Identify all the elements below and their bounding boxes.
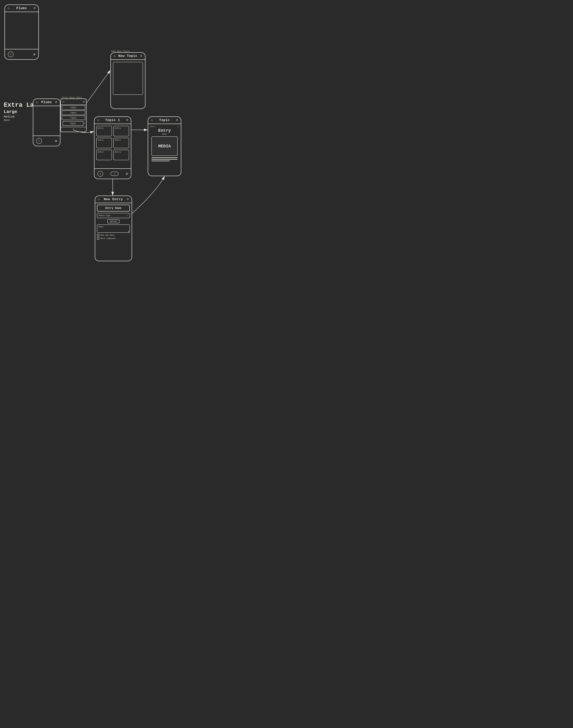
phone-plums-2-footer: ☺ ⚙	[33, 136, 60, 146]
upload-button[interactable]: Upload	[107, 219, 119, 223]
phone-topic1-footer: ☺ + ⚙	[95, 168, 131, 179]
entry-small-label: Entry	[150, 126, 155, 128]
entry-grid: Entry Entry Entry Entry Entry Entry	[95, 124, 131, 162]
media-type-label: Media Type	[99, 214, 110, 217]
phone-plums-2-title: Plums	[41, 100, 52, 104]
close-icon[interactable]: ✕	[83, 100, 85, 104]
dropdown-item-4[interactable]: topic	[63, 121, 84, 126]
phone-new-topic-title: New Topic	[118, 54, 138, 58]
text-lines	[151, 157, 177, 161]
entry-cell-2[interactable]: Entry	[113, 126, 129, 136]
profile-icon-4[interactable]: ☺	[97, 171, 103, 177]
has-due-date-row: ✓ Has due date	[97, 234, 130, 236]
phone-topic1-title: Topic 1	[105, 118, 120, 122]
media-box: MEDIA	[151, 136, 177, 156]
has-due-date-label: Has due date	[101, 234, 115, 236]
menu-icon-4[interactable]: ≡	[126, 118, 128, 122]
dropdown-add-button[interactable]: +	[61, 127, 86, 132]
text-line-2	[151, 159, 177, 159]
phone-new-topic: ⌂ New Topic ≡	[110, 52, 146, 109]
entry-name-field[interactable]: Entry Name	[97, 205, 130, 211]
home-icon[interactable]: ⌂	[8, 6, 9, 10]
new-topic-content	[113, 62, 143, 95]
home-icon-dropdown[interactable]: ⌂	[62, 100, 64, 104]
gear-icon-4[interactable]: ⚙	[126, 172, 128, 176]
add-entry-button[interactable]: +	[111, 172, 118, 176]
phone-topic1: ⌂ Topic 1 ≡ Entry Entry Entry Entry Entr…	[94, 116, 131, 179]
menu-icon[interactable]: ≡	[34, 6, 36, 10]
phone-topic1-header: ⌂ Topic 1 ≡	[95, 117, 131, 124]
entry-cell-5[interactable]: Entry	[96, 150, 112, 160]
new-entry-form: Entry Name Media Type ○ Upload Desc ✓ Ha…	[95, 203, 132, 242]
phone-plums-2: ⌂ Plums ≡ ☺ ⚙	[33, 99, 60, 146]
home-icon-2[interactable]: ⌂	[36, 100, 38, 104]
dropdown-item-1[interactable]: topic	[62, 105, 85, 110]
media-type-row[interactable]: Media Type ○	[97, 213, 130, 218]
chevron-down-icon: ▽	[84, 122, 85, 125]
home-icon-3[interactable]: ⌂	[113, 54, 115, 58]
phone-plums-1-title: Plums	[16, 6, 27, 10]
entry-detail: Entry ✎ Entry Date MEDIA	[148, 124, 181, 164]
desc-placeholder: Desc	[99, 226, 103, 228]
resize-handle	[128, 231, 129, 232]
phone-new-entry-header: ⌂ New Entry ≡	[95, 196, 132, 203]
dropdown-header: ⌂ ✕	[61, 99, 86, 105]
text-line-3	[151, 161, 170, 161]
phone-topic-entry-title: Topic	[159, 118, 170, 122]
entry-cell-4[interactable]: Entry	[113, 138, 129, 148]
profile-icon-2[interactable]: ☺	[36, 138, 42, 144]
entry-cell-1[interactable]: Entry	[96, 126, 112, 136]
gear-icon[interactable]: ⚙	[34, 52, 35, 56]
text-line-1	[151, 157, 177, 158]
home-icon-4[interactable]: ⌂	[97, 118, 99, 122]
phone-plums-2-header: ⌂ Plums ≡	[33, 99, 60, 106]
home-icon-6[interactable]: ⌂	[98, 197, 100, 201]
edit-icon[interactable]: ✎	[177, 126, 179, 128]
media-type-icon: ○	[126, 214, 128, 217]
phone-topic-entry-header: ⌂ Topic ≡	[148, 117, 181, 124]
mark-complete-checkbox[interactable]: ✓	[97, 237, 99, 240]
menu-icon-5[interactable]: ≡	[176, 118, 178, 122]
entry-main-title: Entry	[150, 128, 179, 133]
phone-topic-entry: ⌂ Topic ≡ Entry ✎ Entry Date MEDIA	[148, 116, 181, 176]
phone-plums-1: ⌂ Plums ≡ ☺ ⚙	[4, 4, 39, 60]
entry-date: Date	[150, 133, 179, 135]
dropdown-item-3[interactable]: topic	[62, 115, 85, 120]
gear-icon-2[interactable]: ⚙	[55, 139, 57, 143]
entry-cell-3[interactable]: Entry	[96, 138, 112, 148]
media-label: MEDIA	[158, 144, 171, 149]
menu-icon-3[interactable]: ≡	[140, 54, 142, 58]
mark-complete-label: Mark complete	[101, 237, 116, 240]
entry-cell-6[interactable]: Entry	[113, 150, 129, 160]
profile-icon[interactable]: ☺	[8, 51, 13, 57]
menu-icon-2[interactable]: ≡	[55, 100, 57, 104]
menu-icon-6[interactable]: ≡	[127, 197, 129, 201]
phone-new-entry-title: New Entry	[104, 197, 123, 201]
dropdown-item-2[interactable]: topic	[62, 110, 85, 115]
dropdown-menu: ⌂ ✕ topic topic topic topic ▽ +	[60, 99, 87, 132]
phone-plums-1-footer: ☺ ⚙	[5, 49, 38, 59]
phone-plums-1-header: ⌂ Plums ≡	[5, 5, 38, 12]
mark-complete-row: ✓ Mark complete	[97, 237, 130, 240]
phone-new-topic-header: ⌂ New Topic ≡	[111, 53, 145, 60]
phone-new-entry: ⌂ New Entry ≡ Entry Name Media Type ○ Up…	[95, 196, 132, 261]
desc-field[interactable]: Desc	[97, 225, 130, 233]
has-due-date-checkbox[interactable]: ✓	[97, 234, 99, 236]
home-icon-5[interactable]: ⌂	[151, 118, 153, 122]
